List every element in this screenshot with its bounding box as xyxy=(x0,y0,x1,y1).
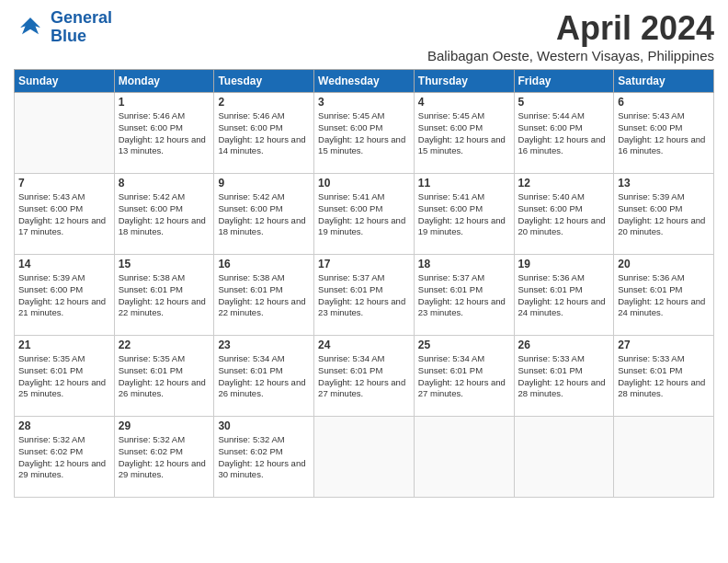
calendar-cell: 3Sunrise: 5:45 AM Sunset: 6:00 PM Daylig… xyxy=(314,93,415,174)
day-info: Sunrise: 5:32 AM Sunset: 6:02 PM Dayligh… xyxy=(218,434,310,481)
calendar-cell: 22Sunrise: 5:35 AM Sunset: 6:01 PM Dayli… xyxy=(114,336,214,417)
calendar-cell: 4Sunrise: 5:45 AM Sunset: 6:00 PM Daylig… xyxy=(414,93,514,174)
day-number: 2 xyxy=(218,96,310,109)
calendar-cell: 29Sunrise: 5:32 AM Sunset: 6:02 PM Dayli… xyxy=(114,417,214,498)
day-info: Sunrise: 5:46 AM Sunset: 6:00 PM Dayligh… xyxy=(218,110,310,157)
day-number: 28 xyxy=(18,419,110,432)
day-info: Sunrise: 5:32 AM Sunset: 6:02 PM Dayligh… xyxy=(119,434,210,481)
day-number: 9 xyxy=(218,177,310,190)
svg-marker-1 xyxy=(20,17,40,29)
day-info: Sunrise: 5:42 AM Sunset: 6:00 PM Dayligh… xyxy=(119,191,210,238)
calendar-cell: 30Sunrise: 5:32 AM Sunset: 6:02 PM Dayli… xyxy=(214,417,314,498)
calendar-cell: 16Sunrise: 5:38 AM Sunset: 6:01 PM Dayli… xyxy=(214,255,314,336)
logo: General Blue xyxy=(14,9,112,46)
calendar-cell: 5Sunrise: 5:44 AM Sunset: 6:00 PM Daylig… xyxy=(514,93,614,174)
calendar-day-header: Wednesday xyxy=(314,70,415,93)
day-info: Sunrise: 5:40 AM Sunset: 6:00 PM Dayligh… xyxy=(518,191,610,238)
day-info: Sunrise: 5:45 AM Sunset: 6:00 PM Dayligh… xyxy=(318,110,410,157)
day-number: 4 xyxy=(418,96,510,109)
calendar-day-header: Thursday xyxy=(414,70,514,93)
calendar-day-header: Sunday xyxy=(15,70,115,93)
location-subtitle: Balibagan Oeste, Western Visayas, Philip… xyxy=(427,48,714,63)
day-info: Sunrise: 5:37 AM Sunset: 6:01 PM Dayligh… xyxy=(418,272,510,319)
calendar-cell: 9Sunrise: 5:42 AM Sunset: 6:00 PM Daylig… xyxy=(214,174,314,255)
calendar-cell: 23Sunrise: 5:34 AM Sunset: 6:01 PM Dayli… xyxy=(214,336,314,417)
calendar-cell: 8Sunrise: 5:42 AM Sunset: 6:00 PM Daylig… xyxy=(114,174,214,255)
day-number: 30 xyxy=(218,419,310,432)
day-info: Sunrise: 5:35 AM Sunset: 6:01 PM Dayligh… xyxy=(119,353,210,400)
calendar-cell: 18Sunrise: 5:37 AM Sunset: 6:01 PM Dayli… xyxy=(414,255,514,336)
calendar-day-header: Tuesday xyxy=(214,70,314,93)
calendar-cell: 15Sunrise: 5:38 AM Sunset: 6:01 PM Dayli… xyxy=(114,255,214,336)
calendar-cell xyxy=(314,417,415,498)
day-number: 11 xyxy=(418,177,510,190)
day-info: Sunrise: 5:38 AM Sunset: 6:01 PM Dayligh… xyxy=(218,272,310,319)
calendar-cell xyxy=(614,417,714,498)
day-number: 5 xyxy=(518,96,610,109)
calendar-cell: 12Sunrise: 5:40 AM Sunset: 6:00 PM Dayli… xyxy=(514,174,614,255)
day-info: Sunrise: 5:39 AM Sunset: 6:00 PM Dayligh… xyxy=(18,272,110,319)
day-number: 17 xyxy=(318,258,410,270)
day-info: Sunrise: 5:43 AM Sunset: 6:00 PM Dayligh… xyxy=(18,191,110,238)
page-header: General Blue April 2024 Balibagan Oeste,… xyxy=(14,9,714,63)
calendar-day-header: Saturday xyxy=(614,70,714,93)
day-number: 10 xyxy=(318,177,410,190)
logo-line2: Blue xyxy=(51,28,112,46)
logo-text: General Blue xyxy=(51,9,112,46)
calendar-cell: 24Sunrise: 5:34 AM Sunset: 6:01 PM Dayli… xyxy=(314,336,415,417)
calendar-cell xyxy=(15,93,115,174)
day-info: Sunrise: 5:35 AM Sunset: 6:01 PM Dayligh… xyxy=(18,353,110,400)
day-info: Sunrise: 5:46 AM Sunset: 6:00 PM Dayligh… xyxy=(119,110,210,157)
day-info: Sunrise: 5:32 AM Sunset: 6:02 PM Dayligh… xyxy=(18,434,110,481)
day-number: 19 xyxy=(518,258,610,270)
day-info: Sunrise: 5:41 AM Sunset: 6:00 PM Dayligh… xyxy=(418,191,510,238)
calendar-cell: 25Sunrise: 5:34 AM Sunset: 6:01 PM Dayli… xyxy=(414,336,514,417)
day-info: Sunrise: 5:33 AM Sunset: 6:01 PM Dayligh… xyxy=(618,353,710,400)
calendar-cell: 26Sunrise: 5:33 AM Sunset: 6:01 PM Dayli… xyxy=(514,336,614,417)
logo-line1: General xyxy=(51,8,112,27)
day-info: Sunrise: 5:36 AM Sunset: 6:01 PM Dayligh… xyxy=(618,272,710,319)
calendar-week-row: 1Sunrise: 5:46 AM Sunset: 6:00 PM Daylig… xyxy=(15,93,714,174)
day-info: Sunrise: 5:38 AM Sunset: 6:01 PM Dayligh… xyxy=(119,272,210,319)
day-number: 7 xyxy=(18,177,110,190)
day-number: 20 xyxy=(618,258,710,270)
calendar-cell: 20Sunrise: 5:36 AM Sunset: 6:01 PM Dayli… xyxy=(614,255,714,336)
day-number: 18 xyxy=(418,258,510,270)
day-info: Sunrise: 5:39 AM Sunset: 6:00 PM Dayligh… xyxy=(618,191,710,238)
calendar-cell: 10Sunrise: 5:41 AM Sunset: 6:00 PM Dayli… xyxy=(314,174,415,255)
day-info: Sunrise: 5:37 AM Sunset: 6:01 PM Dayligh… xyxy=(318,272,410,319)
calendar-cell: 17Sunrise: 5:37 AM Sunset: 6:01 PM Dayli… xyxy=(314,255,415,336)
day-number: 29 xyxy=(119,419,210,432)
day-number: 6 xyxy=(618,96,710,109)
calendar-cell: 19Sunrise: 5:36 AM Sunset: 6:01 PM Dayli… xyxy=(514,255,614,336)
logo-icon xyxy=(14,11,47,44)
calendar-week-row: 21Sunrise: 5:35 AM Sunset: 6:01 PM Dayli… xyxy=(15,336,714,417)
month-title: April 2024 xyxy=(427,9,714,48)
day-info: Sunrise: 5:34 AM Sunset: 6:01 PM Dayligh… xyxy=(318,353,410,400)
day-number: 12 xyxy=(518,177,610,190)
calendar-cell: 6Sunrise: 5:43 AM Sunset: 6:00 PM Daylig… xyxy=(614,93,714,174)
calendar-table: SundayMondayTuesdayWednesdayThursdayFrid… xyxy=(14,69,714,498)
day-number: 22 xyxy=(119,339,210,351)
calendar-cell: 1Sunrise: 5:46 AM Sunset: 6:00 PM Daylig… xyxy=(114,93,214,174)
day-info: Sunrise: 5:42 AM Sunset: 6:00 PM Dayligh… xyxy=(218,191,310,238)
day-number: 25 xyxy=(418,339,510,351)
calendar-cell: 27Sunrise: 5:33 AM Sunset: 6:01 PM Dayli… xyxy=(614,336,714,417)
day-number: 8 xyxy=(119,177,210,190)
day-info: Sunrise: 5:44 AM Sunset: 6:00 PM Dayligh… xyxy=(518,110,610,157)
calendar-cell xyxy=(514,417,614,498)
day-number: 15 xyxy=(119,258,210,270)
calendar-week-row: 14Sunrise: 5:39 AM Sunset: 6:00 PM Dayli… xyxy=(15,255,714,336)
day-number: 3 xyxy=(318,96,410,109)
day-number: 26 xyxy=(518,339,610,351)
calendar-cell xyxy=(414,417,514,498)
day-info: Sunrise: 5:33 AM Sunset: 6:01 PM Dayligh… xyxy=(518,353,610,400)
calendar-cell: 14Sunrise: 5:39 AM Sunset: 6:00 PM Dayli… xyxy=(15,255,115,336)
day-number: 23 xyxy=(218,339,310,351)
day-number: 21 xyxy=(18,339,110,351)
calendar-day-header: Friday xyxy=(514,70,614,93)
calendar-day-header: Monday xyxy=(114,70,214,93)
calendar-cell: 28Sunrise: 5:32 AM Sunset: 6:02 PM Dayli… xyxy=(15,417,115,498)
day-number: 24 xyxy=(318,339,410,351)
day-info: Sunrise: 5:36 AM Sunset: 6:01 PM Dayligh… xyxy=(518,272,610,319)
